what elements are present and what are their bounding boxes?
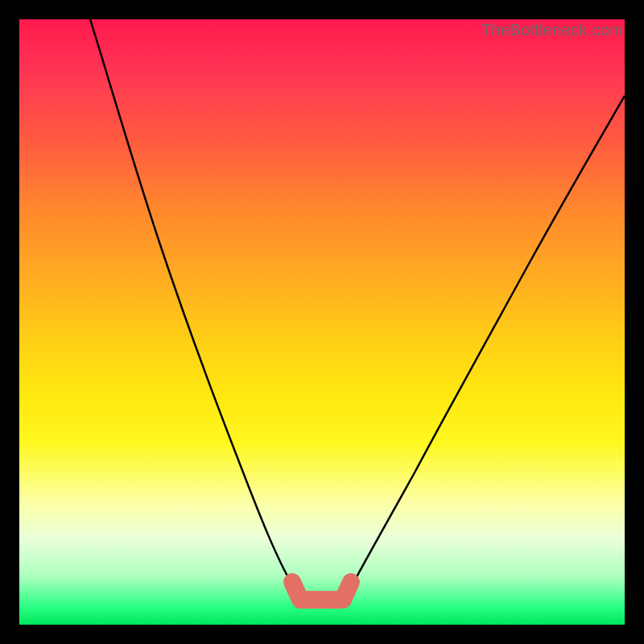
floor-marker [292, 582, 351, 600]
curve-right-branch [353, 96, 625, 584]
watermark-text: TheBottleneck.com [481, 21, 623, 39]
curve-left-branch [90, 19, 292, 584]
chart-svg [19, 19, 625, 625]
plot-area [19, 19, 625, 625]
outer-frame: TheBottleneck.com [0, 0, 644, 644]
